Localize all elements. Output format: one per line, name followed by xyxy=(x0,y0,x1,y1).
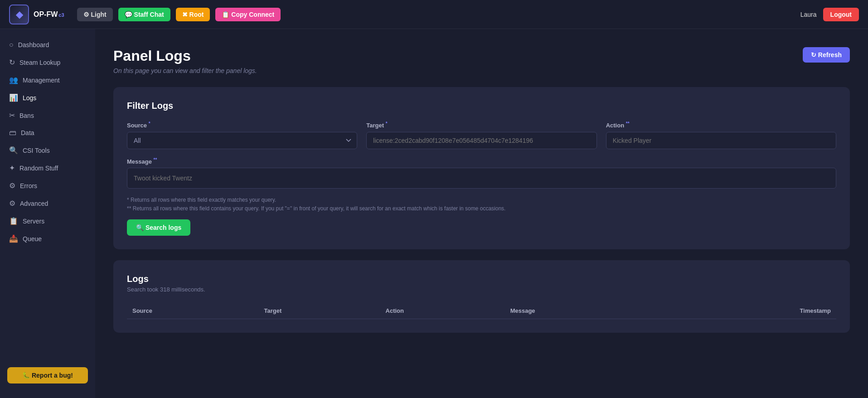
logo-sub: c3 xyxy=(58,12,64,18)
sidebar-label-random-stuff: Random Stuff xyxy=(19,165,58,172)
filter-row-top: Source * All Target * Action ** xyxy=(127,121,836,149)
queue-icon: 📥 xyxy=(9,234,18,243)
sidebar-item-advanced[interactable]: ⚙ Advanced xyxy=(0,194,95,212)
message-input[interactable] xyxy=(127,168,836,189)
target-input[interactable] xyxy=(366,132,596,149)
bans-icon: ✂ xyxy=(9,111,15,120)
sidebar-bottom: 🐛 Report a bug! xyxy=(0,360,95,391)
message-label: Message ** xyxy=(127,157,836,165)
advanced-icon: ⚙ xyxy=(9,199,15,208)
management-icon: 👥 xyxy=(9,76,18,84)
light-button[interactable]: ⚙ Light xyxy=(77,8,113,21)
page-title: Panel Logs xyxy=(113,47,257,64)
topnav-right: Laura Logout xyxy=(800,8,859,21)
page-subtitle: On this page you can view and filter the… xyxy=(113,67,257,74)
message-group: Message ** xyxy=(127,157,836,189)
sidebar-item-data[interactable]: 🗃 Data xyxy=(0,124,95,141)
data-icon: 🗃 xyxy=(9,129,16,137)
sidebar-item-steam-lookup[interactable]: ↻ Steam Lookup xyxy=(0,53,95,71)
refresh-button[interactable]: ↻ Refresh xyxy=(803,47,850,63)
logs-card: Logs Search took 318 milliseconds. Sourc… xyxy=(113,260,850,333)
page-header: Panel Logs On this page you can view and… xyxy=(113,47,850,74)
sidebar-item-servers[interactable]: 📋 Servers xyxy=(0,212,95,230)
col-timestamp: Timestamp xyxy=(658,303,836,319)
logs-subtitle: Search took 318 milliseconds. xyxy=(127,286,836,293)
steam-lookup-icon: ↻ xyxy=(9,58,15,67)
random-stuff-icon: ✦ xyxy=(9,164,15,172)
col-source: Source xyxy=(127,303,259,319)
logs-table-head: Source Target Action Message Timestamp xyxy=(127,303,836,319)
sidebar-item-csi-tools[interactable]: 🔍 CSI Tools xyxy=(0,141,95,159)
errors-icon: ⚙ xyxy=(9,181,15,190)
sidebar-label-steam-lookup: Steam Lookup xyxy=(19,59,60,66)
source-select[interactable]: All xyxy=(127,132,357,149)
sidebar-label-bans: Bans xyxy=(19,112,34,119)
action-group: Action ** xyxy=(606,121,836,149)
sidebar-label-dashboard: Dashboard xyxy=(18,41,49,49)
search-logs-button[interactable]: 🔍 Search logs xyxy=(127,219,190,236)
col-action: Action xyxy=(380,303,505,319)
sidebar-label-servers: Servers xyxy=(23,218,44,225)
sidebar-item-logs[interactable]: 📊 Logs xyxy=(0,89,95,107)
report-bug-button[interactable]: 🐛 Report a bug! xyxy=(7,367,88,383)
sidebar-label-advanced: Advanced xyxy=(20,200,48,207)
copyconnect-button[interactable]: 📋 Copy Connect xyxy=(215,8,281,21)
servers-icon: 📋 xyxy=(9,217,18,225)
source-group: Source * All xyxy=(127,121,357,149)
root-button[interactable]: ✖ Root xyxy=(176,8,210,21)
dashboard-icon: ○ xyxy=(9,41,14,49)
sidebar-item-management[interactable]: 👥 Management xyxy=(0,71,95,89)
action-label: Action ** xyxy=(606,121,836,129)
sidebar-item-queue[interactable]: 📥 Queue xyxy=(0,230,95,248)
main-content: Panel Logs On this page you can view and… xyxy=(95,29,868,398)
main-layout: ○ Dashboard ↻ Steam Lookup 👥 Management … xyxy=(0,29,868,398)
logs-icon: 📊 xyxy=(9,93,18,102)
user-name: Laura xyxy=(800,11,817,18)
target-label: Target * xyxy=(366,121,596,129)
sidebar-item-bans[interactable]: ✂ Bans xyxy=(0,107,95,124)
filter-card-title: Filter Logs xyxy=(127,101,836,111)
staffchat-button[interactable]: 💬 Staff Chat xyxy=(118,8,170,21)
csi-tools-icon: 🔍 xyxy=(9,146,18,155)
target-group: Target * xyxy=(366,121,596,149)
page-header-text: Panel Logs On this page you can view and… xyxy=(113,47,257,74)
logs-title: Logs xyxy=(127,274,836,284)
logo-icon: ◆ xyxy=(9,5,29,24)
filter-card: Filter Logs Source * All Target * xyxy=(113,87,850,249)
sidebar-item-dashboard[interactable]: ○ Dashboard xyxy=(0,36,95,53)
logout-button[interactable]: Logout xyxy=(823,8,859,21)
logo-area: ◆ OP-FWc3 xyxy=(9,5,64,24)
sidebar-label-errors: Errors xyxy=(20,182,37,189)
filter-notes: * Returns all rows where this field exac… xyxy=(127,196,836,213)
logo-text: OP-FWc3 xyxy=(34,10,64,19)
sidebar-label-management: Management xyxy=(23,77,60,84)
sidebar-item-random-stuff[interactable]: ✦ Random Stuff xyxy=(0,159,95,177)
message-row: Message ** xyxy=(127,157,836,189)
col-target: Target xyxy=(259,303,380,319)
sidebar-label-csi-tools: CSI Tools xyxy=(23,147,50,154)
sidebar-label-queue: Queue xyxy=(23,235,42,243)
sidebar-item-errors[interactable]: ⚙ Errors xyxy=(0,177,95,194)
col-message: Message xyxy=(505,303,658,319)
sidebar: ○ Dashboard ↻ Steam Lookup 👥 Management … xyxy=(0,29,95,398)
logs-header-row: Source Target Action Message Timestamp xyxy=(127,303,836,319)
source-label: Source * xyxy=(127,121,357,129)
logs-table: Source Target Action Message Timestamp xyxy=(127,303,836,319)
sidebar-label-data: Data xyxy=(21,129,34,136)
action-input[interactable] xyxy=(606,132,836,149)
sidebar-label-logs: Logs xyxy=(23,94,36,102)
topnav: ◆ OP-FWc3 ⚙ Light 💬 Staff Chat ✖ Root 📋 … xyxy=(0,0,868,29)
